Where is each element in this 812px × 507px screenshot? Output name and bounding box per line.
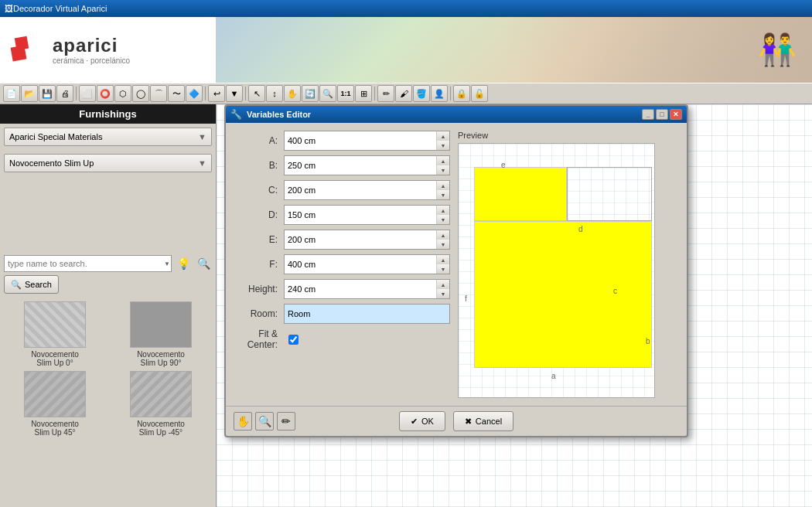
light-bulb-icon[interactable]: 💡 bbox=[175, 255, 192, 272]
field-label-height: Height: bbox=[234, 284, 284, 294]
list-item[interactable]: NovocementoSlim Up 45° bbox=[4, 371, 106, 437]
input-room[interactable] bbox=[285, 305, 449, 323]
field-input-f: ▲ ▼ bbox=[284, 254, 450, 274]
list-item[interactable]: NovocementoSlim Up 0° bbox=[4, 301, 106, 367]
spinner-c: ▲ ▼ bbox=[436, 181, 449, 199]
search-button[interactable]: 🔍 Search bbox=[4, 275, 59, 294]
circle-tool[interactable]: ⭕ bbox=[97, 85, 114, 102]
field-row-d: D: ▲ ▼ bbox=[234, 205, 450, 225]
category-dropdown[interactable]: Aparici Special Materials ▼ bbox=[4, 128, 212, 146]
field-row-fit-center: Fit & Center: bbox=[234, 328, 450, 350]
arc-tool[interactable]: ⌒ bbox=[150, 85, 167, 102]
person-tool[interactable]: 👤 bbox=[431, 85, 448, 102]
furnishings-header: Furnishings bbox=[0, 104, 216, 124]
brush-tool[interactable]: 🖌 bbox=[395, 85, 412, 102]
spinner-d-down[interactable]: ▼ bbox=[437, 215, 449, 224]
bucket-tool[interactable]: 🪣 bbox=[413, 85, 430, 102]
dialog-form: A: ▲ ▼ B: bbox=[234, 131, 450, 398]
spinner-a: ▲ ▼ bbox=[436, 131, 449, 150]
lock-tool[interactable]: 🔒 bbox=[453, 85, 470, 102]
field-input-b: ▲ ▼ bbox=[284, 155, 450, 175]
tile-thumbnail bbox=[24, 301, 86, 348]
input-d[interactable] bbox=[285, 206, 436, 224]
zoom-icon[interactable]: 🔍 bbox=[255, 412, 274, 430]
field-row-height: Height: ▲ ▼ bbox=[234, 279, 450, 299]
spinner-a-down[interactable]: ▼ bbox=[437, 141, 449, 150]
unlock-tool[interactable]: 🔓 bbox=[471, 85, 488, 102]
search-icon[interactable]: 🔍 bbox=[195, 255, 212, 272]
print-button[interactable]: 🖨 bbox=[56, 85, 73, 102]
dialog-close-button[interactable]: ✕ bbox=[670, 109, 682, 120]
new-button[interactable]: 📄 bbox=[3, 85, 20, 102]
ok-check-icon: ✔ bbox=[411, 417, 418, 427]
dialog-preview: Preview e d c b a bbox=[458, 131, 679, 398]
undo-dropdown[interactable]: ▼ bbox=[226, 85, 243, 102]
spinner-a-up[interactable]: ▲ bbox=[437, 131, 449, 141]
field-label-c: C: bbox=[234, 185, 284, 196]
poly-tool[interactable]: ⬡ bbox=[114, 85, 131, 102]
spinner-f-down[interactable]: ▼ bbox=[437, 264, 449, 274]
spinner-d-up[interactable]: ▲ bbox=[437, 206, 449, 215]
rect-tool[interactable]: ⬜ bbox=[79, 85, 96, 102]
header: aparici cerámica · porcelánico 👫 bbox=[0, 17, 812, 83]
spinner-height-down[interactable]: ▼ bbox=[437, 289, 449, 298]
ellipse-tool[interactable]: ◯ bbox=[132, 85, 149, 102]
input-f[interactable] bbox=[285, 255, 436, 274]
search-input[interactable] bbox=[4, 255, 172, 272]
bezier-tool[interactable]: 〜 bbox=[168, 85, 185, 102]
fit-tool[interactable]: ⊞ bbox=[355, 85, 372, 102]
logo-area: aparici cerámica · porcelánico bbox=[0, 17, 217, 83]
field-label-f: F: bbox=[234, 259, 284, 270]
spinner-height: ▲ ▼ bbox=[436, 280, 449, 298]
open-button[interactable]: 📂 bbox=[21, 85, 38, 102]
spinner-c-down[interactable]: ▼ bbox=[437, 190, 449, 199]
aparici-logo: aparici cerámica · porcelánico bbox=[8, 31, 130, 70]
input-c[interactable] bbox=[285, 181, 436, 199]
logo-text-group: aparici cerámica · porcelánico bbox=[53, 35, 130, 65]
field-row-room: Room: bbox=[234, 304, 450, 324]
brush-shape-tool[interactable]: 🔷 bbox=[186, 85, 203, 102]
dialog-maximize-button[interactable]: □ bbox=[656, 109, 668, 120]
title-bar: 🖼 Decorador Virtual Aparici bbox=[0, 0, 812, 17]
save-button[interactable]: 💾 bbox=[39, 85, 56, 102]
spinner-b-up[interactable]: ▲ bbox=[437, 156, 449, 165]
preview-canvas: e d c b a f bbox=[458, 143, 655, 398]
list-item[interactable]: NovocementoSlim Up -45° bbox=[110, 371, 212, 437]
spinner-b-down[interactable]: ▼ bbox=[437, 165, 449, 175]
svg-rect-1 bbox=[15, 36, 29, 50]
field-row-c: C: ▲ ▼ bbox=[234, 180, 450, 200]
fit-center-checkbox[interactable] bbox=[288, 335, 299, 345]
banner-image: 👫 bbox=[217, 17, 812, 83]
input-b[interactable] bbox=[285, 156, 436, 175]
dialog-minimize-button[interactable]: _ bbox=[642, 109, 654, 120]
dialog-body: A: ▲ ▼ B: bbox=[226, 123, 687, 406]
cancel-button[interactable]: ✖ Cancel bbox=[453, 411, 513, 431]
tile-label: NovocementoSlim Up 45° bbox=[31, 420, 79, 437]
hand-tool[interactable]: ✋ bbox=[284, 85, 301, 102]
spinner-e-down[interactable]: ▼ bbox=[437, 240, 449, 249]
input-a[interactable] bbox=[285, 131, 436, 150]
canvas-area[interactable]: 🔧 Variables Editor _ □ ✕ A: bbox=[217, 104, 812, 507]
hand-icon[interactable]: ✋ bbox=[234, 412, 252, 430]
spinner-f-up[interactable]: ▲ bbox=[437, 255, 449, 264]
select-tool[interactable]: ↖ bbox=[248, 85, 265, 102]
search-dropdown-arrow-icon[interactable]: ▼ bbox=[164, 260, 170, 267]
pencil-icon[interactable]: ✏ bbox=[277, 412, 295, 430]
dialog-controls: _ □ ✕ bbox=[642, 109, 682, 120]
logo-tagline: cerámica · porcelánico bbox=[53, 56, 130, 65]
pointer-tool[interactable]: ↕ bbox=[266, 85, 283, 102]
rotate-tool[interactable]: 🔄 bbox=[302, 85, 319, 102]
spinner-c-up[interactable]: ▲ bbox=[437, 181, 449, 190]
spinner-height-up[interactable]: ▲ bbox=[437, 280, 449, 289]
ok-button[interactable]: ✔ OK bbox=[399, 411, 445, 431]
undo-button[interactable]: ↩ bbox=[208, 85, 225, 102]
edit-tool[interactable]: ✏ bbox=[377, 85, 394, 102]
subcategory-dropdown[interactable]: Novocemento Slim Up ▼ bbox=[4, 154, 212, 172]
spinner-e-up[interactable]: ▲ bbox=[437, 230, 449, 240]
zoom-1to1[interactable]: 1:1 bbox=[337, 85, 354, 102]
list-item[interactable]: NovocementoSlim Up 90° bbox=[110, 301, 212, 367]
input-e[interactable] bbox=[285, 230, 436, 249]
zoom-in-tool[interactable]: 🔍 bbox=[319, 85, 336, 102]
tile-thumbnail bbox=[130, 301, 192, 348]
input-height[interactable] bbox=[285, 280, 436, 298]
